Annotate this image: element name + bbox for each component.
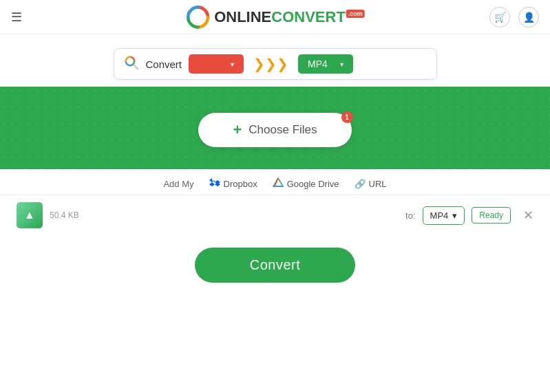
green-banner: + Choose Files 1: [0, 87, 550, 169]
dropbox-button[interactable]: Dropbox: [209, 177, 257, 190]
to-label: to:: [405, 210, 415, 221]
cart-icon[interactable]: 🛒: [489, 7, 510, 28]
user-icon[interactable]: 👤: [518, 7, 539, 28]
header-right: 🛒 👤: [489, 7, 539, 28]
svg-line-3: [134, 65, 138, 69]
logo-icon: [185, 5, 210, 30]
add-my-section: Add My Dropbox Google Drive 🔗 URL: [0, 169, 550, 195]
dropbox-label: Dropbox: [224, 179, 257, 189]
file-size: 50.4 KB: [50, 210, 399, 220]
dropbox-icon: [209, 177, 220, 190]
target-format-dropdown[interactable]: MP4 ▾: [298, 54, 353, 74]
close-file-button[interactable]: ✕: [523, 208, 533, 223]
target-format-value: MP4: [308, 58, 328, 69]
source-format-dropdown[interactable]: ▾: [189, 54, 244, 74]
file-type-icon: ▲: [24, 209, 35, 221]
arrow-icons: ❯❯❯: [253, 56, 288, 72]
url-button[interactable]: 🔗 URL: [355, 179, 387, 189]
header: ☰ ONLINECONVERT.com 🛒 👤: [0, 0, 550, 34]
url-label: URL: [369, 179, 387, 189]
logo-text: ONLINECONVERT.com: [214, 8, 365, 26]
target-format-chevron: ▾: [340, 61, 343, 68]
convert-label: Convert: [146, 58, 182, 70]
gdrive-button[interactable]: Google Drive: [273, 177, 339, 190]
logo[interactable]: ONLINECONVERT.com: [185, 5, 365, 30]
convert-button[interactable]: Convert: [195, 248, 356, 283]
file-thumbnail: ▲: [17, 202, 43, 228]
files-badge: 1: [341, 111, 353, 123]
file-format-chevron: ▾: [452, 210, 457, 221]
search-icon: [124, 55, 139, 74]
hamburger-icon[interactable]: ☰: [11, 10, 22, 25]
source-format-chevron: ▾: [231, 61, 234, 68]
search-bar-container: Convert ▾ ❯❯❯ MP4 ▾: [0, 34, 550, 87]
url-icon: 🔗: [355, 179, 366, 189]
file-row: ▲ 50.4 KB to: MP4 ▾ Ready ✕: [0, 195, 550, 235]
source-format-value: [198, 58, 207, 69]
gdrive-icon: [273, 177, 284, 190]
add-my-label: Add My: [163, 179, 193, 189]
ready-badge: Ready: [472, 207, 511, 224]
choose-files-button[interactable]: + Choose Files 1: [198, 113, 351, 147]
convert-btn-container: Convert: [0, 235, 550, 283]
search-bar: Convert ▾ ❯❯❯ MP4 ▾: [114, 48, 437, 80]
svg-point-1: [194, 13, 202, 21]
file-to-format-dropdown[interactable]: MP4 ▾: [423, 206, 465, 225]
plus-icon: +: [233, 121, 242, 139]
choose-files-label: Choose Files: [248, 123, 317, 137]
header-left: ☰: [11, 10, 22, 25]
file-to-format-value: MP4: [430, 210, 449, 221]
gdrive-label: Google Drive: [287, 179, 339, 189]
